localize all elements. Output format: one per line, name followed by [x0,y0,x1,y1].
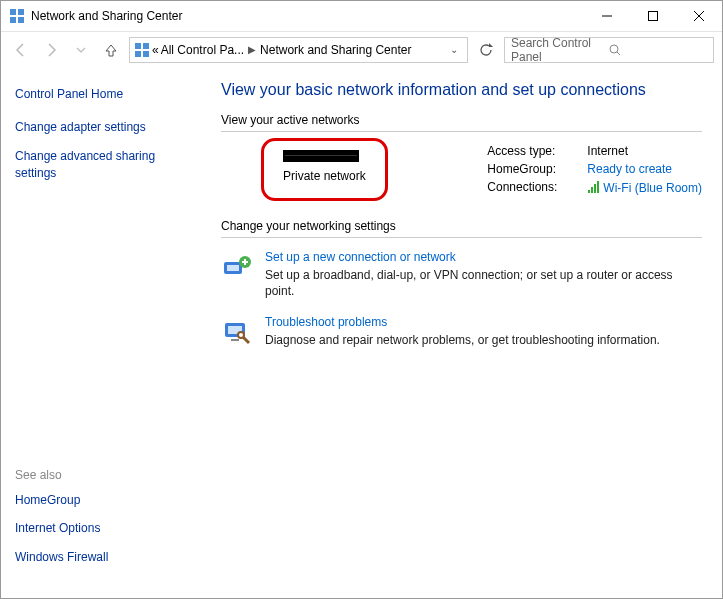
svg-rect-15 [591,187,593,193]
task-troubleshoot: Troubleshoot problems Diagnose and repai… [221,315,702,349]
breadcrumb-overflow[interactable]: « [152,43,159,57]
refresh-button[interactable] [474,38,498,62]
content-body: Control Panel Home Change adapter settin… [1,67,722,598]
svg-rect-19 [227,265,239,271]
network-type: Private network [283,169,366,183]
window-buttons [584,1,722,31]
breadcrumb-item-current[interactable]: Network and Sharing Center [260,43,411,57]
homegroup-link[interactable]: HomeGroup [15,492,197,509]
forward-button[interactable] [39,38,63,62]
troubleshoot-link[interactable]: Troubleshoot problems [265,315,387,329]
search-icon [609,44,707,56]
svg-rect-23 [231,339,239,341]
recent-dropdown-button[interactable] [69,38,93,62]
access-type-label: Access type: [487,144,577,158]
svg-rect-11 [143,51,149,57]
svg-rect-2 [10,17,16,23]
task-setup-connection: Set up a new connection or network Set u… [221,250,702,299]
network-center-icon [9,8,25,24]
close-button[interactable] [676,1,722,31]
control-panel-home-link[interactable]: Control Panel Home [15,87,197,101]
wifi-signal-icon [587,180,601,194]
divider [221,237,702,238]
windows-firewall-link[interactable]: Windows Firewall [15,549,197,566]
active-network-row: Private network Access type: Internet Ho… [221,144,702,195]
maximize-button[interactable] [630,1,676,31]
breadcrumb-item-control-panel[interactable]: All Control Pa... [161,43,244,57]
change-advanced-sharing-link[interactable]: Change advanced sharing settings [15,148,197,182]
title-bar: Network and Sharing Center [1,1,722,31]
setup-connection-icon [221,252,253,284]
svg-rect-14 [588,190,590,193]
svg-rect-9 [143,43,149,49]
page-heading: View your basic network information and … [221,81,702,99]
access-type-value: Internet [587,144,702,158]
svg-rect-16 [594,184,596,193]
homegroup-link-value[interactable]: Ready to create [587,162,702,176]
svg-rect-1 [18,9,24,15]
nav-bar: « All Control Pa... ▶ Network and Sharin… [1,31,722,67]
change-adapter-link[interactable]: Change adapter settings [15,119,197,136]
svg-line-13 [617,52,620,55]
connection-name: Wi-Fi (Blue Room) [603,181,702,195]
minimize-button[interactable] [584,1,630,31]
svg-rect-8 [135,43,141,49]
see-also-header: See also [15,468,197,482]
back-button[interactable] [9,38,33,62]
network-identity-box[interactable]: Private network [271,144,378,195]
setup-connection-link[interactable]: Set up a new connection or network [265,250,456,264]
window: Network and Sharing Center « All Control… [0,0,723,599]
connection-link-value[interactable]: Wi-Fi (Blue Room) [587,180,702,195]
breadcrumb-dropdown-button[interactable]: ⌄ [445,44,463,55]
connections-label: Connections: [487,180,577,195]
svg-rect-3 [18,17,24,23]
redacted-name [283,150,359,162]
sidebar: Control Panel Home Change adapter settin… [1,67,211,598]
breadcrumb[interactable]: « All Control Pa... ▶ Network and Sharin… [129,37,468,63]
search-placeholder: Search Control Panel [511,36,609,64]
search-input[interactable]: Search Control Panel [504,37,714,63]
troubleshoot-icon [221,317,253,349]
homegroup-label: HomeGroup: [487,162,577,176]
network-name [283,150,366,165]
change-settings-header: Change your networking settings [221,219,702,233]
internet-options-link[interactable]: Internet Options [15,520,197,537]
active-networks-header: View your active networks [221,113,702,127]
window-title: Network and Sharing Center [31,9,584,23]
svg-point-12 [610,45,618,53]
divider [221,131,702,132]
breadcrumb-icon [134,42,150,58]
network-properties: Access type: Internet HomeGroup: Ready t… [487,144,702,195]
svg-rect-10 [135,51,141,57]
svg-rect-0 [10,9,16,15]
main-panel: View your basic network information and … [211,67,722,598]
troubleshoot-desc: Diagnose and repair network problems, or… [265,332,660,348]
chevron-right-icon[interactable]: ▶ [246,44,258,55]
svg-rect-5 [649,12,658,21]
svg-rect-17 [597,181,599,193]
svg-point-24 [238,332,244,338]
setup-connection-desc: Set up a broadband, dial-up, or VPN conn… [265,267,702,299]
up-button[interactable] [99,38,123,62]
